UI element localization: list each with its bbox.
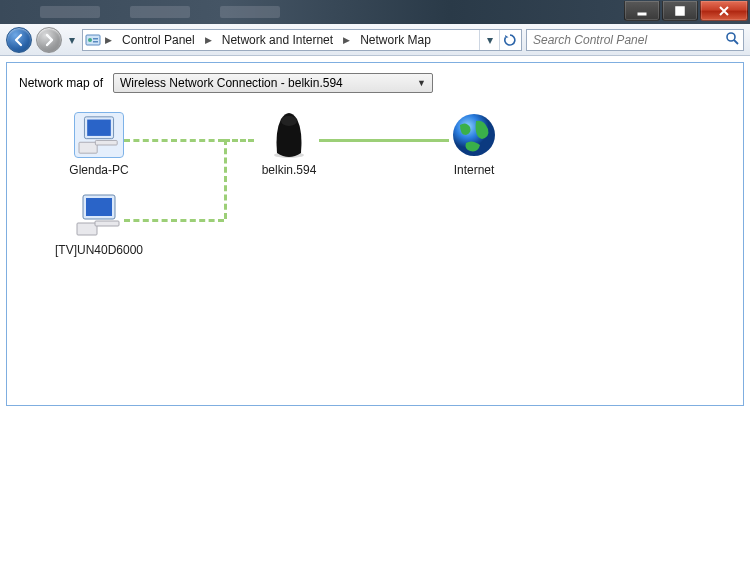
- network-map: Glenda-PC [TV]UN40D6000: [19, 107, 731, 347]
- node-this-pc[interactable]: Glenda-PC: [44, 107, 154, 177]
- connection-select[interactable]: Wireless Network Connection - belkin.594…: [113, 73, 433, 93]
- globe-icon: [450, 111, 498, 159]
- link-branch-vertical: [224, 139, 227, 219]
- breadcrumb-network-map[interactable]: Network Map: [354, 30, 437, 50]
- titlebar-blur: [0, 0, 624, 24]
- connection-select-value: Wireless Network Connection - belkin.594: [120, 76, 343, 90]
- svg-rect-0: [638, 13, 646, 15]
- svg-rect-15: [95, 221, 119, 226]
- control-panel-icon: [85, 32, 101, 48]
- svg-rect-14: [77, 223, 97, 235]
- svg-rect-1: [676, 7, 684, 15]
- svg-rect-4: [93, 38, 98, 40]
- refresh-button[interactable]: [499, 30, 519, 50]
- toolbar: ▾ ▶ Control Panel ▶ Network and Internet…: [0, 24, 750, 56]
- recent-pages-dropdown[interactable]: ▾: [66, 33, 78, 47]
- chevron-right-icon[interactable]: ▶: [203, 35, 214, 45]
- node-tv[interactable]: [TV]UN40D6000: [44, 187, 154, 257]
- minimize-button[interactable]: [624, 1, 660, 21]
- svg-point-6: [727, 33, 735, 41]
- address-history-dropdown[interactable]: ▾: [479, 30, 499, 50]
- svg-rect-5: [93, 41, 98, 43]
- node-router[interactable]: belkin.594: [234, 107, 344, 177]
- breadcrumb-root[interactable]: Control Panel: [116, 30, 201, 50]
- svg-point-17: [281, 116, 297, 126]
- search-box[interactable]: [526, 29, 744, 51]
- svg-rect-9: [87, 120, 111, 136]
- node-label: Internet: [419, 163, 529, 177]
- address-bar[interactable]: ▶ Control Panel ▶ Network and Internet ▶…: [82, 29, 522, 51]
- computer-icon: [75, 113, 123, 157]
- svg-rect-10: [79, 142, 97, 153]
- search-input[interactable]: [531, 32, 725, 48]
- maximize-button[interactable]: [662, 1, 698, 21]
- svg-rect-13: [86, 198, 112, 216]
- back-button[interactable]: [6, 27, 32, 53]
- chevron-down-icon: ▼: [417, 78, 426, 88]
- forward-button[interactable]: [36, 27, 62, 53]
- node-label: Glenda-PC: [44, 163, 154, 177]
- svg-line-7: [734, 40, 738, 44]
- chevron-right-icon[interactable]: ▶: [103, 35, 114, 45]
- chevron-right-icon[interactable]: ▶: [341, 35, 352, 45]
- node-label: belkin.594: [234, 163, 344, 177]
- breadcrumb-network-internet[interactable]: Network and Internet: [216, 30, 339, 50]
- svg-point-3: [88, 38, 92, 42]
- network-map-of-label: Network map of: [19, 76, 103, 90]
- computer-icon: [75, 193, 123, 237]
- router-icon: [271, 111, 307, 159]
- content-pane: Network map of Wireless Network Connecti…: [6, 62, 744, 406]
- node-internet[interactable]: Internet: [419, 107, 529, 177]
- close-button[interactable]: [700, 1, 748, 21]
- titlebar: [0, 0, 750, 24]
- svg-rect-11: [95, 140, 117, 145]
- node-label: [TV]UN40D6000: [44, 243, 154, 257]
- search-icon: [725, 31, 739, 48]
